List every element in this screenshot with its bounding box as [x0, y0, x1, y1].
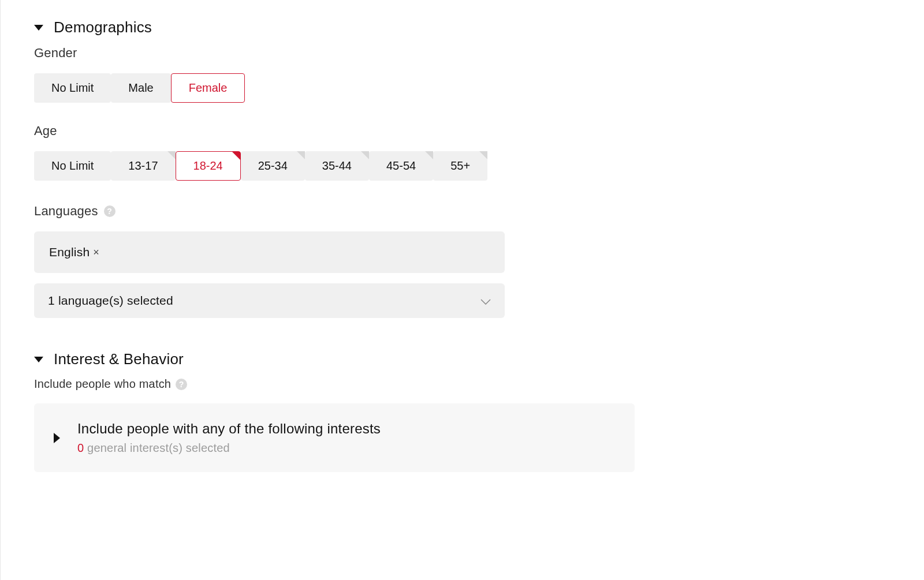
age-option-no-limit[interactable]: No Limit [34, 151, 111, 181]
corner-icon [167, 151, 176, 159]
gender-option-no-limit[interactable]: No Limit [34, 73, 111, 103]
age-toggle-group: No Limit13-1718-2425-3435-4445-5455+ [34, 151, 891, 181]
chevron-down-icon [34, 25, 43, 31]
interests-count: 0 [77, 441, 84, 454]
chevron-down-icon [34, 357, 43, 362]
help-icon[interactable]: ? [176, 379, 187, 390]
languages-label: Languages [34, 204, 98, 219]
corner-icon [361, 151, 369, 159]
gender-label: Gender [34, 46, 891, 61]
languages-select-text: 1 language(s) selected [48, 294, 173, 308]
corner-icon [297, 151, 305, 159]
interests-count-suffix: general interest(s) selected [84, 441, 230, 454]
age-option-55-[interactable]: 55+ [433, 151, 487, 181]
gender-option-female[interactable]: Female [171, 73, 245, 103]
languages-select[interactable]: 1 language(s) selected [34, 283, 505, 318]
age-option-35-44[interactable]: 35-44 [305, 151, 369, 181]
age-option-25-34[interactable]: 25-34 [241, 151, 305, 181]
interest-title: Interest & Behavior [54, 350, 184, 368]
remove-tag-icon[interactable]: × [93, 246, 99, 259]
age-label: Age [34, 124, 891, 139]
age-option-18-24[interactable]: 18-24 [176, 151, 241, 181]
language-tag-english: English × [49, 245, 99, 259]
include-match-label: Include people who match [34, 377, 171, 391]
help-icon[interactable]: ? [104, 205, 116, 217]
corner-icon [232, 152, 240, 160]
interests-card-subtitle: 0 general interest(s) selected [77, 441, 381, 455]
gender-option-male[interactable]: Male [111, 73, 170, 103]
age-option-13-17[interactable]: 13-17 [111, 151, 175, 181]
language-tag-label: English [49, 245, 90, 259]
interest-header[interactable]: Interest & Behavior [34, 350, 891, 368]
corner-icon [425, 151, 433, 159]
gender-toggle-group: No LimitMaleFemale [34, 73, 891, 103]
demographics-title: Demographics [54, 18, 152, 36]
demographics-header[interactable]: Demographics [34, 18, 891, 36]
corner-icon [479, 151, 487, 159]
languages-tag-box[interactable]: English × [34, 231, 505, 273]
interests-card[interactable]: Include people with any of the following… [34, 403, 635, 472]
chevron-right-icon [54, 433, 60, 443]
chevron-down-icon [480, 294, 491, 308]
age-option-45-54[interactable]: 45-54 [369, 151, 433, 181]
interests-card-title: Include people with any of the following… [77, 421, 381, 437]
